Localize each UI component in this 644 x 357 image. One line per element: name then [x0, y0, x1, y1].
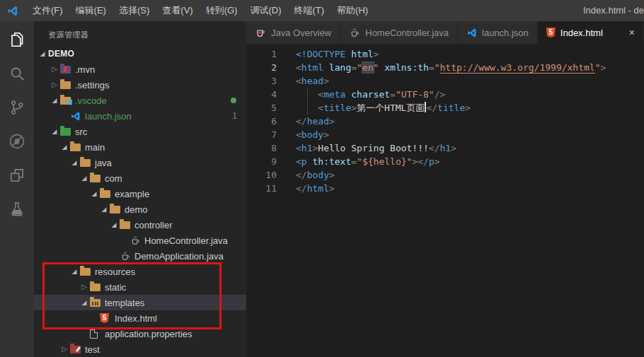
source-control-icon[interactable]	[0, 90, 34, 124]
code-area[interactable]: 1<!DOCTYPE html>2<html lang="en" xmlns:t…	[246, 44, 644, 195]
line-number: 9	[246, 155, 277, 168]
code-line-5[interactable]: 5 <title>第一个HTML页面</title>	[246, 101, 644, 115]
close-icon[interactable]: ×	[622, 27, 635, 38]
code-line-4[interactable]: 4 <meta charset="UTF-8"/>	[246, 88, 644, 101]
tree-item-application-properties[interactable]: application.properties	[34, 326, 246, 341]
tree-item-label: templates	[105, 298, 144, 308]
twistie-collapsed-icon[interactable]: ▷	[79, 279, 90, 295]
extensions-icon[interactable]	[0, 158, 34, 192]
menu-转到-g[interactable]: 转到(G)	[200, 0, 244, 21]
tree-item-main[interactable]: ◢main	[34, 139, 246, 155]
tree-item-label: .vscode	[75, 95, 107, 106]
tree-item-com[interactable]: ◢com	[34, 170, 246, 186]
menu-查看-v[interactable]: 查看(V)	[156, 0, 199, 21]
tab-label: launch.json	[482, 28, 529, 38]
code-text: </body>	[277, 168, 335, 182]
twistie-expanded-icon[interactable]: ◢	[88, 186, 100, 201]
explorer-icon[interactable]	[0, 23, 34, 57]
folder-icon	[90, 283, 105, 291]
tree-item-launch-json[interactable]: launch.json1	[34, 108, 246, 124]
menu-文件-f[interactable]: 文件(F)	[26, 0, 69, 21]
search-icon[interactable]	[0, 57, 34, 90]
tree-item-resources[interactable]: ◢resources	[34, 264, 246, 279]
code-line-7[interactable]: 7<body>	[246, 128, 644, 141]
menu-终端-t[interactable]: 终端(T)	[287, 0, 330, 21]
code-line-11[interactable]: 11</html>	[246, 182, 644, 195]
tree-item-label: static	[105, 282, 126, 293]
tree-item-java[interactable]: ◢java	[34, 155, 246, 170]
twistie-collapsed-icon[interactable]: ▷	[49, 77, 60, 93]
tree-item-demo[interactable]: ◢DEMO	[34, 46, 246, 62]
tree-item-index-html[interactable]: 5Index.html	[34, 310, 246, 326]
code-line-10[interactable]: 10</body>	[246, 168, 644, 182]
html-icon: 5	[546, 28, 556, 37]
activity-bar	[0, 21, 34, 357]
twistie-expanded-icon[interactable]: ◢	[79, 295, 90, 310]
tree-item-vscode[interactable]: ◢.vscode	[34, 93, 246, 108]
code-line-8[interactable]: 8<h1>Hello Spring Boot!!!</h1>	[246, 141, 644, 155]
tree-item-mvn[interactable]: ▷.mvn	[34, 62, 246, 77]
code-line-9[interactable]: 9<p th:text="${hello}"></p>	[246, 155, 644, 168]
tab-label: Index.html	[560, 28, 603, 38]
tree-item-settings[interactable]: ▷.settings	[34, 77, 246, 93]
twistie-expanded-icon[interactable]: ◢	[49, 124, 60, 139]
tree-item-demo[interactable]: ◢demo	[34, 201, 246, 217]
folder-icon	[120, 221, 134, 229]
tree-item-demoapplication-java[interactable]: DemoApplication.java	[34, 248, 246, 264]
tab-index-html[interactable]: 5Index.html×	[538, 21, 644, 44]
twistie-expanded-icon[interactable]: ◢	[69, 264, 80, 279]
line-number: 4	[246, 88, 277, 101]
vscode-icon	[466, 28, 477, 38]
tree-item-homecontroller-java[interactable]: HomeController.java	[34, 233, 246, 248]
vscode-folder-icon	[60, 97, 75, 105]
line-number: 1	[246, 47, 277, 61]
tab-launch-json[interactable]: launch.json	[458, 21, 538, 44]
line-number: 6	[246, 115, 277, 128]
folder-icon	[110, 206, 125, 213]
tree-item-label: java	[95, 158, 112, 168]
twistie-expanded-icon[interactable]: ◢	[98, 201, 110, 217]
twistie-expanded-icon[interactable]: ◢	[37, 46, 48, 62]
tree-item-controller[interactable]: ◢controller	[34, 217, 246, 233]
code-line-2[interactable]: 2<html lang="en" xmlns:th="http://www.w3…	[246, 61, 644, 74]
menu-编辑-e[interactable]: 编辑(E)	[69, 0, 113, 21]
tree-item-label: main	[85, 142, 105, 153]
git-count-badge: 1	[232, 111, 237, 121]
tree-item-label: .mvn	[75, 64, 95, 75]
vscode-window: 文件(F)编辑(E)选择(S)查看(V)转到(G)调试(D)终端(T)帮助(H)…	[0, 0, 644, 357]
twistie-expanded-icon[interactable]: ◢	[49, 93, 60, 108]
test-icon[interactable]	[0, 192, 34, 226]
twistie-collapsed-icon[interactable]: ▷	[59, 341, 70, 357]
code-text: <h1>Hello Spring Boot!!!</h1>	[277, 141, 456, 155]
code-text: <body>	[277, 128, 329, 141]
title-bar: 文件(F)编辑(E)选择(S)查看(V)转到(G)调试(D)终端(T)帮助(H)…	[0, 0, 644, 21]
html-icon: 5	[100, 313, 115, 323]
code-line-6[interactable]: 6</head>	[246, 115, 644, 128]
code-text: </html>	[277, 182, 335, 195]
code-line-3[interactable]: 3<head>	[246, 74, 644, 88]
tree-item-label: launch.json	[85, 111, 132, 122]
tree-item-templates[interactable]: ◢templates	[34, 295, 246, 310]
code-line-1[interactable]: 1<!DOCTYPE html>	[246, 47, 644, 61]
tree-item-example[interactable]: ◢example	[34, 186, 246, 201]
tab-java-overview[interactable]: Java Overview	[246, 21, 340, 44]
test-folder-icon	[70, 346, 85, 353]
git-untracked-dot	[231, 98, 236, 103]
tree-item-src[interactable]: ◢src	[34, 124, 246, 139]
code-text: <!DOCTYPE html>	[277, 47, 379, 61]
menu-选择-s[interactable]: 选择(S)	[113, 0, 156, 21]
twistie-expanded-icon[interactable]: ◢	[59, 139, 70, 155]
tree-item-test[interactable]: ▷test	[34, 341, 246, 357]
code-text: <head>	[277, 74, 329, 88]
menu-帮助-h[interactable]: 帮助(H)	[330, 0, 374, 21]
twistie-expanded-icon[interactable]: ◢	[79, 170, 90, 186]
java-icon	[120, 250, 134, 262]
code-text: <html lang="en" xmlns:th="http://www.w3.…	[277, 61, 606, 74]
tab-homecontroller-java[interactable]: HomeController.java	[340, 21, 458, 44]
twistie-expanded-icon[interactable]: ◢	[108, 217, 120, 233]
twistie-expanded-icon[interactable]: ◢	[69, 155, 80, 170]
twistie-collapsed-icon[interactable]: ▷	[49, 62, 60, 77]
debug-icon[interactable]	[0, 124, 34, 158]
menu-调试-d[interactable]: 调试(D)	[243, 0, 287, 21]
tree-item-static[interactable]: ▷static	[34, 279, 246, 295]
